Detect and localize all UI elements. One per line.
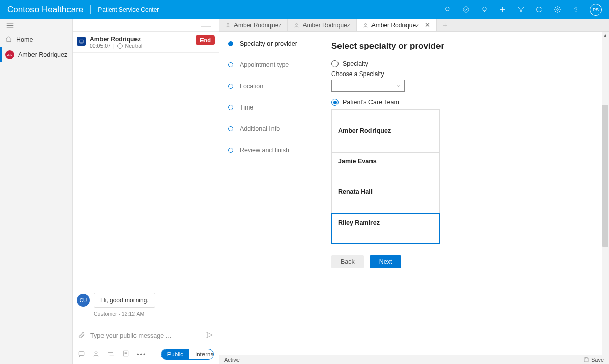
scrollbar[interactable]: ▲ ▼ [602, 32, 609, 364]
conversation-sentiment: Neutral [125, 43, 143, 49]
sync-icon[interactable] [532, 3, 546, 17]
sidebar-item-label: Amber Rodriquez [18, 51, 67, 58]
step-label: Additional Info [240, 125, 280, 132]
conversation-toolbar: — [73, 19, 219, 32]
task-icon[interactable] [459, 3, 473, 17]
svg-point-9 [536, 7, 542, 12]
specialty-select[interactable] [331, 80, 405, 92]
send-icon[interactable] [205, 331, 214, 340]
tab-bar: Amber Rodriquez Amber Rodriquez Amber Ro… [219, 19, 609, 32]
provider-card[interactable]: Jamie Evans [331, 153, 440, 183]
conversation-panel: — Amber Rodriquez 00:05:07 | Neutral End… [73, 19, 219, 364]
conversation-messages[interactable]: CU Hi, good morning. Customer - 12:12 AM [73, 53, 219, 323]
step-location[interactable]: Location [228, 84, 321, 105]
visibility-public[interactable]: Public [161, 349, 189, 359]
status-bar: Active Save [219, 355, 609, 364]
tab-label: Amber Rodriquez [234, 22, 281, 29]
close-icon[interactable]: ✕ [425, 21, 430, 29]
sidebar-item-label: Home [16, 36, 33, 43]
provider-name: Amber Rodriquez [338, 127, 433, 134]
tab-record-0[interactable]: Amber Rodriquez [219, 19, 288, 31]
visibility-internal[interactable]: Internal [189, 349, 214, 359]
tab-label: Amber Rodriquez [302, 22, 350, 29]
quick-reply-icon[interactable] [78, 350, 85, 359]
compose-input[interactable] [90, 332, 200, 339]
choose-specialty-label: Choose a Specialty [331, 70, 598, 78]
svg-point-11 [576, 11, 576, 12]
sidebar-item-session[interactable]: AR Amber Rodriquez [0, 47, 72, 62]
svg-point-2 [463, 7, 468, 12]
search-icon[interactable] [441, 3, 455, 17]
tab-add-button[interactable]: ＋ [437, 19, 452, 31]
sentiment-icon [117, 43, 123, 49]
channel-icon [77, 37, 86, 46]
conversation-header: Amber Rodriquez 00:05:07 | Neutral End [73, 32, 219, 53]
provider-card[interactable]: Riley Ramirez [331, 213, 440, 244]
step-specialty[interactable]: Specialty or provider [228, 41, 321, 62]
step-appointment-type[interactable]: Appointment type [228, 62, 321, 84]
svg-point-23 [296, 23, 298, 25]
notes-icon[interactable] [122, 350, 129, 359]
radio-care-team-label: Patient's Care Team [343, 99, 399, 106]
provider-card[interactable]: Renata Hall [331, 183, 440, 213]
minimize-icon[interactable]: — [198, 23, 214, 28]
filter-icon[interactable] [514, 3, 528, 17]
workspace-label[interactable]: Patient Service Center [98, 6, 159, 13]
consult-icon[interactable] [92, 350, 100, 359]
wizard-form: Select specialty or provider Specialty C… [326, 32, 609, 364]
more-icon[interactable]: ••• [137, 351, 147, 358]
tab-record-1[interactable]: Amber Rodriquez [288, 19, 356, 31]
back-button[interactable]: Back [331, 255, 364, 268]
wizard-stepper: Specialty or provider Appointment type L… [219, 32, 326, 364]
session-avatar: AR [5, 50, 14, 59]
end-button[interactable]: End [196, 35, 215, 45]
conversation-person-name: Amber Rodriquez [90, 35, 192, 43]
radio-care-team[interactable] [331, 99, 339, 106]
svg-marker-8 [518, 7, 523, 12]
message-avatar: CU [77, 294, 90, 307]
step-label: Time [240, 104, 253, 111]
step-review-finish[interactable]: Review and finish [228, 148, 321, 155]
sidebar-item-home[interactable]: Home [0, 32, 72, 47]
svg-rect-25 [584, 358, 588, 362]
lightbulb-icon[interactable] [477, 3, 491, 17]
gear-icon[interactable] [550, 3, 564, 17]
scroll-up-icon[interactable]: ▲ [603, 32, 608, 39]
save-button[interactable]: Save [583, 357, 604, 363]
add-icon[interactable] [495, 3, 510, 17]
list-item [331, 110, 440, 122]
step-additional-info[interactable]: Additional Info [228, 126, 321, 148]
save-label: Save [591, 357, 604, 363]
provider-card[interactable]: Amber Rodriquez [331, 122, 440, 153]
next-button[interactable]: Next [370, 255, 401, 268]
svg-point-24 [364, 23, 366, 25]
topbar-action-group: PS [441, 3, 602, 17]
radio-specialty-label: Specialty [343, 60, 368, 67]
conversation-timer: 00:05:07 [90, 43, 111, 49]
compose-area: ••• Public Internal [73, 323, 219, 364]
status-state: Active [224, 357, 240, 363]
separator: | [113, 43, 115, 49]
svg-point-18 [95, 351, 97, 354]
provider-name: Jamie Evans [338, 158, 433, 165]
brand-separator [90, 5, 91, 14]
transfer-icon[interactable] [107, 351, 115, 358]
visibility-toggle[interactable]: Public Internal [161, 349, 214, 360]
home-icon [5, 35, 12, 44]
step-time[interactable]: Time [228, 105, 321, 126]
svg-rect-26 [585, 358, 587, 359]
provider-list: Amber Rodriquez Jamie Evans Renata Hall … [331, 109, 598, 244]
attachment-icon[interactable] [78, 331, 85, 341]
step-label: Appointment type [240, 61, 289, 68]
user-avatar[interactable]: PS [590, 4, 602, 16]
help-icon[interactable] [568, 3, 583, 17]
svg-point-22 [227, 23, 229, 25]
step-label: Location [240, 83, 263, 90]
brand-name: Contoso Healthcare [7, 5, 83, 15]
message-text: Hi, good morning. [94, 293, 155, 308]
radio-specialty[interactable] [331, 60, 339, 67]
svg-line-1 [449, 10, 450, 12]
hamburger-button[interactable] [0, 19, 72, 32]
tab-record-2[interactable]: Amber Rodriquez ✕ [357, 19, 437, 31]
form-title: Select specialty or provider [331, 41, 598, 51]
